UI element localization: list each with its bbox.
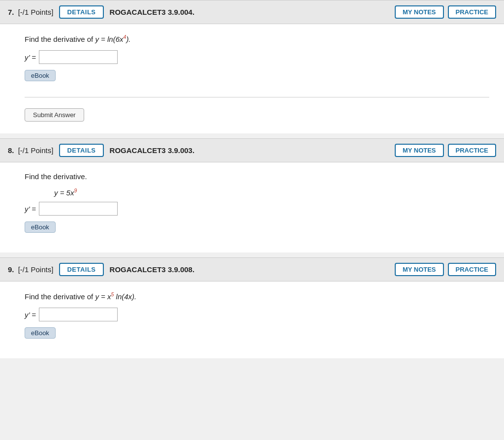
problem-7-instruction: Find the derivative of y = ln(6x4). xyxy=(25,34,489,43)
problem-7-details-button[interactable]: DETAILS xyxy=(59,5,103,19)
problem-9: 9. [-/1 Points] DETAILS ROGACALCET3 3.9.… xyxy=(0,257,504,358)
problem-9-answer-row: y’ = xyxy=(25,308,489,321)
problem-9-practice-button[interactable]: PRACTICE xyxy=(448,263,496,276)
problem-8-ebook-button[interactable]: eBook xyxy=(25,221,56,233)
problem-9-answer-label: y’ = xyxy=(25,311,36,319)
problem-9-right-buttons: MY NOTES PRACTICE xyxy=(395,263,496,276)
problem-7-my-notes-button[interactable]: MY NOTES xyxy=(395,5,444,19)
problem-9-instruction: Find the derivative of y = x5 ln(4x). xyxy=(25,291,489,301)
problem-7-answer-label: y’ = xyxy=(25,53,36,62)
problem-8-answer-input[interactable] xyxy=(39,202,118,216)
problem-8-instruction: Find the derivative. xyxy=(25,172,489,181)
problem-9-my-notes-button[interactable]: MY NOTES xyxy=(395,263,444,276)
problem-8-equation: y = 5x9 xyxy=(54,188,489,197)
problem-7-ebook-button[interactable]: eBook xyxy=(25,70,56,81)
problem-7-header: 7. [-/1 Points] DETAILS ROGACALCET3 3.9.… xyxy=(0,0,504,24)
problem-8-practice-button[interactable]: PRACTICE xyxy=(448,144,496,157)
problem-9-code: ROGACALCET3 3.9.008. xyxy=(110,265,389,274)
problem-7-answer-input[interactable] xyxy=(39,50,118,64)
problem-8: 8. [-/1 Points] DETAILS ROGACALCET3 3.9.… xyxy=(0,138,504,252)
problem-7-code: ROGACALCET3 3.9.004. xyxy=(110,8,389,16)
problem-7-right-buttons: MY NOTES PRACTICE xyxy=(395,5,496,19)
problem-8-answer-label: y’ = xyxy=(25,205,36,213)
problem-7-answer-row: y’ = xyxy=(25,50,489,64)
problem-7-number: 7. [-/1 Points] xyxy=(8,8,53,16)
problem-8-body: Find the derivative. y = 5x9 y’ = eBook xyxy=(0,162,504,252)
problem-9-details-button[interactable]: DETAILS xyxy=(59,263,103,276)
problem-7: 7. [-/1 Points] DETAILS ROGACALCET3 3.9.… xyxy=(0,0,504,133)
problem-9-answer-input[interactable] xyxy=(39,308,118,321)
problem-8-code: ROGACALCET3 3.9.003. xyxy=(110,146,389,155)
problem-8-exponent: 9 xyxy=(74,188,77,193)
problem-8-my-notes-button[interactable]: MY NOTES xyxy=(395,144,444,157)
problem-7-body: Find the derivative of y = ln(6x4). y’ =… xyxy=(0,24,504,133)
problem-8-answer-row: y’ = xyxy=(25,202,489,216)
problem-9-ebook-button[interactable]: eBook xyxy=(25,327,56,339)
problem-9-body: Find the derivative of y = x5 ln(4x). y’… xyxy=(0,282,504,358)
problem-8-right-buttons: MY NOTES PRACTICE xyxy=(395,144,496,157)
problem-8-number: 8. [-/1 Points] xyxy=(8,146,53,155)
problem-7-submit-button[interactable]: Submit Answer xyxy=(25,108,84,122)
problem-9-number: 9. [-/1 Points] xyxy=(8,265,53,274)
problem-9-header: 9. [-/1 Points] DETAILS ROGACALCET3 3.9.… xyxy=(0,258,504,282)
problem-8-header: 8. [-/1 Points] DETAILS ROGACALCET3 3.9.… xyxy=(0,139,504,162)
problem-8-details-button[interactable]: DETAILS xyxy=(59,144,103,157)
problem-7-practice-button[interactable]: PRACTICE xyxy=(448,5,496,19)
